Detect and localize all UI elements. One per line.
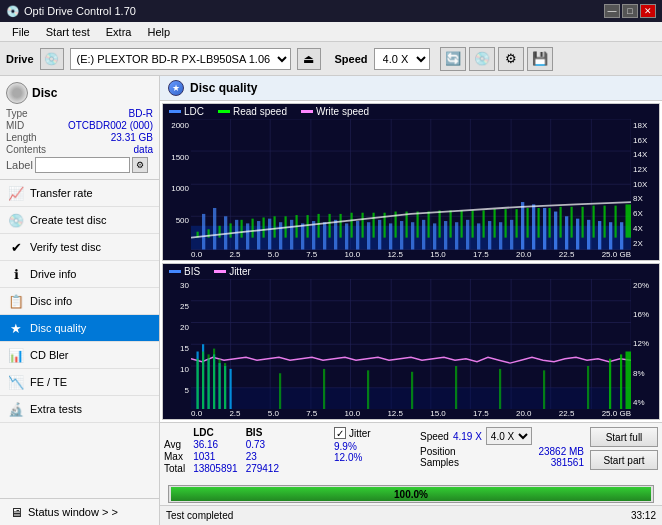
disc-button[interactable]: 💿 [469, 47, 495, 71]
maximize-button[interactable]: □ [622, 4, 638, 18]
content-area: ★ Disc quality LDC Read speed [160, 76, 662, 525]
save-button[interactable]: 💾 [527, 47, 553, 71]
svg-rect-21 [246, 223, 249, 249]
disc-contents-row: Contents data [6, 144, 153, 155]
disc-mid-value: OTCBDR002 (000) [68, 120, 153, 131]
yaxis1-right-10x: 10X [631, 180, 659, 189]
yaxis2-right-12: 12% [631, 339, 659, 348]
svg-rect-38 [433, 223, 436, 249]
svg-rect-53 [598, 221, 601, 249]
sidebar-item-extra-tests[interactable]: 🔬 Extra tests [0, 396, 159, 423]
yaxis1-right-2x: 2X [631, 239, 659, 248]
disc-length-label: Length [6, 132, 37, 143]
toolbar-buttons: 🔄 💿 ⚙ 💾 [440, 47, 553, 71]
svg-rect-66 [307, 215, 309, 238]
xaxis2-25: 25.0 GB [602, 409, 631, 418]
eject-button[interactable]: ⏏ [297, 48, 321, 70]
svg-rect-55 [620, 222, 623, 249]
samples-label: Samples [420, 457, 459, 468]
statusbar-left: Test completed [166, 510, 233, 521]
svg-rect-136 [609, 358, 611, 409]
svg-rect-31 [356, 221, 359, 249]
svg-rect-48 [543, 208, 546, 250]
xaxis1-5: 5.0 [268, 250, 279, 259]
minimize-button[interactable]: — [604, 4, 620, 18]
status-window-button[interactable]: 🖥 Status window > > [0, 498, 159, 525]
avg-ldc: 36.16 [193, 439, 246, 451]
legend-write-speed-label: Write speed [316, 106, 369, 117]
sidebar-item-label: Verify test disc [30, 241, 101, 253]
speed-select-bottom[interactable]: 4.0 X [486, 427, 532, 445]
svg-rect-83 [494, 209, 496, 237]
start-full-button[interactable]: Start full [590, 427, 658, 447]
jitter-checkbox[interactable]: ✓ [334, 427, 346, 439]
statusbar-right: 33:12 [631, 510, 656, 521]
progressbar-label: 100.0% [394, 489, 428, 500]
sidebar-item-create-test-disc[interactable]: 💿 Create test disc [0, 207, 159, 234]
svg-rect-33 [378, 220, 381, 250]
svg-rect-81 [472, 210, 474, 237]
total-ldc: 13805891 [193, 463, 246, 475]
yaxis2-right-4: 4% [631, 398, 659, 407]
svg-rect-86 [527, 208, 529, 238]
sidebar-item-transfer-rate[interactable]: 📈 Transfer rate [0, 180, 159, 207]
start-part-button[interactable]: Start part [590, 450, 658, 470]
menubar: File Start test Extra Help [0, 22, 662, 42]
svg-rect-133 [499, 368, 501, 409]
disc-length-row: Length 23.31 GB [6, 132, 153, 143]
content-icon: ★ [168, 80, 184, 96]
samples-value: 381561 [551, 457, 584, 468]
avg-bis: 0.73 [246, 439, 287, 451]
svg-rect-134 [543, 370, 545, 409]
xaxis1-12.5: 12.5 [387, 250, 403, 259]
sidebar-item-label: Drive info [30, 268, 76, 280]
titlebar-title: 💿 Opti Drive Control 1.70 [6, 5, 136, 18]
menu-help[interactable]: Help [139, 24, 178, 40]
disc-contents-value: data [134, 144, 153, 155]
legend-read-speed: Read speed [218, 106, 287, 117]
yaxis2-right-20: 20% [631, 281, 659, 290]
svg-rect-20 [235, 220, 238, 250]
stats-area: LDC BIS Avg 36.16 0.73 Max 1031 23 [160, 422, 662, 479]
speed-select[interactable]: 4.0 X [374, 48, 430, 70]
svg-rect-75 [406, 212, 408, 238]
disc-label-label: Label [6, 159, 33, 171]
position-value: 23862 MB [538, 446, 584, 457]
extra-tests-icon: 🔬 [8, 401, 24, 417]
yaxis1-right-14x: 14X [631, 150, 659, 159]
legend-jitter-label: Jitter [229, 266, 251, 277]
svg-rect-52 [587, 220, 590, 250]
sidebar-item-disc-info[interactable]: 📋 Disc info [0, 288, 159, 315]
drive-select[interactable]: (E:) PLEXTOR BD-R PX-LB950SA 1.06 [70, 48, 291, 70]
sidebar: Disc Type BD-R MID OTCBDR002 (000) Lengt… [0, 76, 160, 525]
chart2-xaxis: 0.0 2.5 5.0 7.5 10.0 12.5 15.0 17.5 20.0… [163, 409, 659, 419]
disc-type-row: Type BD-R [6, 108, 153, 119]
verify-test-disc-icon: ✔ [8, 239, 24, 255]
avg-jitter: 9.9% [334, 441, 357, 452]
disc-label-input[interactable] [35, 157, 130, 173]
sidebar-item-label: Transfer rate [30, 187, 93, 199]
sidebar-item-verify-test-disc[interactable]: ✔ Verify test disc [0, 234, 159, 261]
menu-start-test[interactable]: Start test [38, 24, 98, 40]
sidebar-item-disc-quality[interactable]: ★ Disc quality [0, 315, 159, 342]
sidebar-item-cd-bler[interactable]: 📊 CD Bler [0, 342, 159, 369]
disc-length-value: 23.31 GB [111, 132, 153, 143]
menu-file[interactable]: File [4, 24, 38, 40]
menu-extra[interactable]: Extra [98, 24, 140, 40]
close-button[interactable]: ✕ [640, 4, 656, 18]
refresh-button[interactable]: 🔄 [440, 47, 466, 71]
svg-rect-72 [373, 213, 375, 238]
app-icon: 💿 [6, 5, 20, 18]
sidebar-item-fe-te[interactable]: 📉 FE / TE [0, 369, 159, 396]
sidebar-item-drive-info[interactable]: ℹ Drive info [0, 261, 159, 288]
disc-type-label: Type [6, 108, 28, 119]
disc-quality-icon: ★ [8, 320, 24, 336]
disc-mid-row: MID OTCBDR002 (000) [6, 120, 153, 131]
yaxis2-label-20: 20 [163, 323, 191, 332]
settings-button[interactable]: ⚙ [498, 47, 524, 71]
svg-rect-68 [329, 214, 331, 238]
svg-rect-49 [554, 212, 557, 250]
disc-info-icon: 📋 [8, 293, 24, 309]
svg-rect-132 [455, 366, 457, 410]
disc-label-button[interactable]: ⚙ [132, 157, 148, 173]
